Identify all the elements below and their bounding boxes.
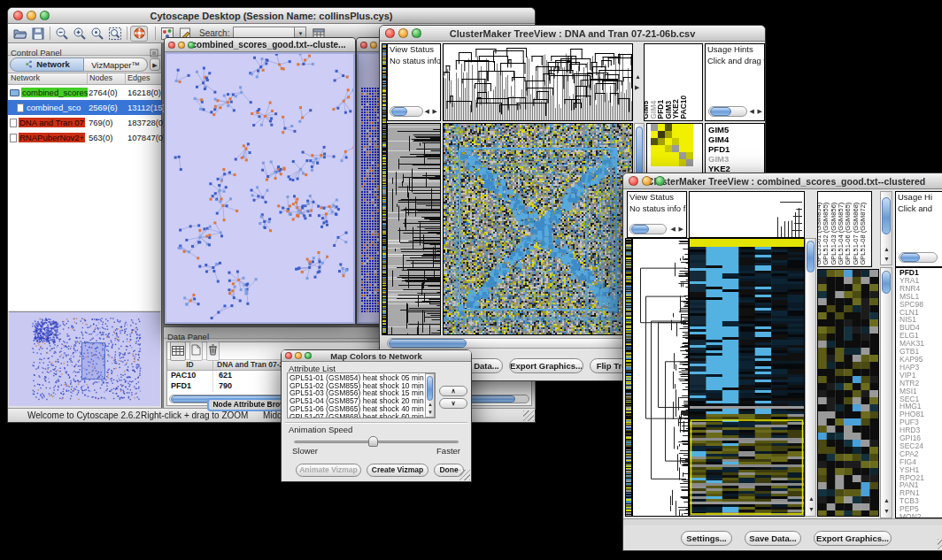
col-edges[interactable]: Edges: [126, 73, 161, 84]
tv2-main-vscroll-thumb[interactable]: [807, 241, 815, 272]
scroll-left-arrow-icon[interactable]: ◀: [750, 108, 754, 114]
zoom-window-button[interactable]: [412, 28, 421, 38]
save-session-button[interactable]: [29, 26, 47, 42]
close-button[interactable]: [385, 28, 395, 38]
tv2-column-label[interactable]: GPL51-08 (GSM872): [859, 202, 866, 265]
tv2-main-vscrollbar[interactable]: ▲ ▼: [805, 238, 816, 517]
tv2-list-vscrollbar[interactable]: ▲ ▼: [880, 267, 892, 518]
tv1-gene-item[interactable]: GIM3: [708, 154, 764, 164]
zoom-window-button[interactable]: [40, 11, 50, 20]
move-up-button[interactable]: ∧: [439, 386, 467, 396]
tv2-status-scrollbar[interactable]: [629, 224, 667, 234]
tv1-column-dendrogram[interactable]: [443, 43, 633, 121]
tv2-button-save-data[interactable]: Save Data...: [745, 531, 801, 546]
tv2-top-vscroll-thumb[interactable]: [882, 197, 891, 234]
zoom-window-button[interactable]: [655, 176, 665, 186]
zoom-fit-button[interactable]: [106, 26, 124, 42]
scroll-right-arrow-icon[interactable]: ▶: [433, 108, 437, 114]
minimize-button[interactable]: [398, 28, 408, 38]
close-button[interactable]: [360, 42, 367, 49]
scroll-left-arrow-icon[interactable]: ◀: [671, 226, 676, 232]
tv2-row-dendrogram[interactable]: [632, 238, 689, 517]
tv2-column-label[interactable]: GPL51-02 (GSM855): [822, 202, 830, 265]
network-list-row[interactable]: combined_scores2764(0)16218(0): [8, 85, 161, 100]
attribute-list-scroll-thumb[interactable]: [427, 376, 433, 401]
treeview2-titlebar[interactable]: ClusterMaker TreeView : combined_scores_…: [623, 173, 942, 189]
zoom-out-button[interactable]: [53, 26, 71, 42]
tv2-column-dendrogram[interactable]: [689, 191, 805, 238]
scroll-right-arrow-icon[interactable]: ▶: [679, 226, 683, 232]
network-list-row[interactable]: combined_sco2569(6)13112(15): [8, 100, 161, 115]
tv1-button-export-graphics[interactable]: Export Graphics...: [509, 358, 583, 373]
overview-viewport-rect[interactable]: [81, 342, 105, 380]
minimize-button[interactable]: [295, 352, 302, 359]
dialog-button-create-vizmap[interactable]: Create Vizmap: [367, 464, 429, 477]
scroll-up-arrow-icon[interactable]: ▲: [808, 495, 815, 502]
close-button[interactable]: [13, 11, 23, 20]
network1-titlebar[interactable]: combined_scores_good.txt--cluste...: [165, 38, 355, 52]
col-network[interactable]: Network: [8, 73, 88, 84]
tv2-list-vscroll-thumb[interactable]: [882, 271, 891, 294]
scroll-up-arrow-icon[interactable]: ▲: [428, 402, 433, 407]
close-button[interactable]: [285, 352, 292, 359]
close-button[interactable]: [629, 176, 638, 186]
scroll-left-arrow-icon[interactable]: ◀: [425, 108, 429, 114]
network-list-row[interactable]: DNA and Tran 07769(0)183728(0): [8, 115, 161, 130]
dp-col-id[interactable]: ID: [167, 360, 213, 370]
tv2-column-label[interactable]: GPL51-03 (GSM856): [830, 202, 837, 265]
tv1-heatmap[interactable]: [443, 123, 633, 335]
main-titlebar[interactable]: Cytoscape Desktop (Session Name: collins…: [8, 8, 535, 24]
network1-view-canvas[interactable]: [166, 54, 355, 324]
main-resize-grip[interactable]: [523, 410, 534, 421]
nav-up-arrow-icon[interactable]: ▲: [635, 73, 641, 80]
scroll-down-arrow-icon[interactable]: ▼: [884, 256, 890, 262]
new-attribute-button[interactable]: [189, 341, 203, 361]
zoom-in-button[interactable]: [71, 26, 89, 42]
treeview1-titlebar[interactable]: ClusterMaker TreeView : DNA and Tran 07-…: [380, 26, 765, 42]
tab-network[interactable]: Network: [10, 58, 84, 72]
nav-right-arrow-icon[interactable]: ▶: [635, 84, 639, 90]
move-down-button[interactable]: ∨: [439, 398, 467, 409]
scroll-down-arrow-icon[interactable]: ▼: [428, 410, 433, 415]
attribute-table-button[interactable]: [170, 341, 186, 361]
network-overview-panel[interactable]: [9, 311, 160, 406]
attribute-list-scrollbar[interactable]: ▲ ▼: [425, 373, 435, 418]
scroll-down-arrow-icon[interactable]: ▼: [884, 508, 890, 514]
tv2-resize-grip[interactable]: [938, 539, 942, 549]
tv1-gene-item[interactable]: GIM4: [708, 134, 764, 144]
open-session-button[interactable]: [12, 26, 29, 42]
tv1-row-dendrogram[interactable]: [387, 123, 441, 335]
tv2-button-export-graphics[interactable]: Export Graphics...: [814, 531, 892, 546]
zoom-selected-button[interactable]: [89, 26, 106, 42]
dialog-titlebar[interactable]: Map Colors to Network: [282, 350, 471, 362]
tv1-hscroll-thumb[interactable]: [389, 339, 467, 348]
tv2-status-scroll-thumb[interactable]: [631, 225, 649, 234]
scroll-up-arrow-icon[interactable]: ▲: [884, 497, 890, 503]
minimize-button[interactable]: [27, 11, 36, 20]
tv2-top-vscrollbar[interactable]: ▲ ▼: [880, 191, 892, 265]
tv1-hints-scrollbar[interactable]: [708, 106, 747, 117]
tv1-gene-item[interactable]: GIM5: [708, 125, 764, 134]
scroll-right-arrow-icon[interactable]: ▶: [758, 108, 762, 114]
minimize-button[interactable]: [178, 42, 185, 49]
attribute-list-item[interactable]: GPL51-07 (GSM868) heat shock 60 min: [290, 413, 433, 418]
tv2-column-label[interactable]: GPL51-07 (GSM868): [852, 202, 859, 265]
float-panel-icon[interactable]: [150, 45, 158, 61]
tv2-heatmap[interactable]: [689, 238, 805, 517]
close-button[interactable]: [168, 42, 175, 49]
tv2-hints-scrollbar[interactable]: [899, 252, 938, 263]
zoom-window-button[interactable]: [305, 352, 312, 359]
tv2-zoom-heatmap[interactable]: [817, 269, 879, 517]
delete-attribute-button[interactable]: [206, 341, 220, 361]
attribute-listbox[interactable]: GPL51-01 (GSM854) heat shock 05 minGPL51…: [287, 372, 436, 418]
tv1-gene-item[interactable]: PFD1: [708, 144, 764, 154]
tv1-zoom-heatmap[interactable]: [651, 124, 693, 166]
tv1-hscrollbar[interactable]: [387, 338, 633, 349]
help-button[interactable]: [130, 26, 148, 42]
zoom-window-button[interactable]: [188, 42, 195, 49]
tv1-status-scrollbar[interactable]: [390, 106, 423, 117]
speed-slider-thumb[interactable]: [368, 436, 378, 447]
tv1-status-scroll-thumb[interactable]: [391, 107, 407, 116]
tv1-column-label[interactable]: PAC10: [680, 95, 688, 119]
tv2-button-settings[interactable]: Settings...: [681, 531, 732, 546]
